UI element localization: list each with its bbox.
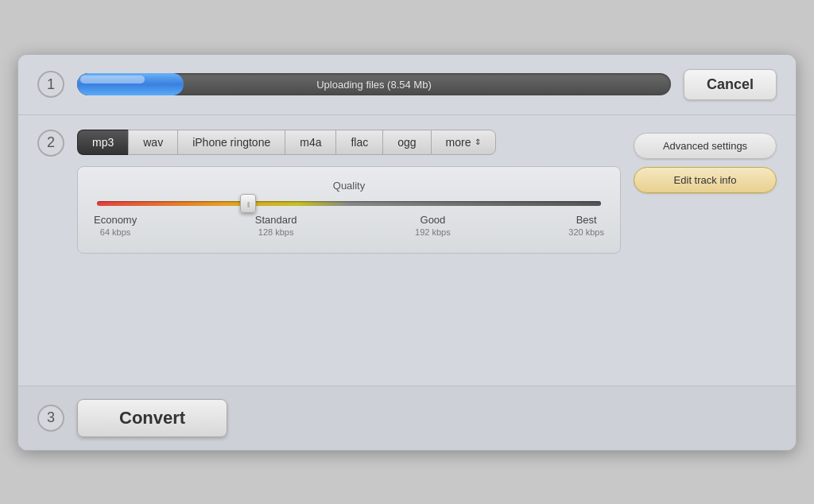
cancel-button[interactable]: Cancel — [684, 69, 777, 100]
section-format: 2 mp3 wav iPhone ringtone m4a flac ogg m… — [18, 115, 796, 386]
format-tabs: mp3 wav iPhone ringtone m4a flac ogg mor… — [77, 130, 621, 155]
slider-track — [97, 201, 601, 206]
tab-iphone-ringtone[interactable]: iPhone ringtone — [177, 130, 285, 155]
quality-best: Best 320 kbps — [568, 214, 604, 237]
quality-title: Quality — [94, 180, 604, 192]
section-upload: 1 Uploading files (8.54 Mb) Cancel — [18, 55, 796, 115]
tab-wav[interactable]: wav — [128, 130, 177, 155]
progress-bar-fill — [77, 73, 184, 95]
quality-good-kbps: 192 kbps — [415, 227, 451, 237]
progress-label: Uploading files (8.54 Mb) — [316, 79, 432, 91]
quality-economy-kbps: 64 kbps — [100, 227, 131, 237]
step-badge-1: 1 — [37, 71, 64, 98]
more-arrow-icon: ⇕ — [475, 138, 481, 146]
quality-economy-name: Economy — [94, 214, 137, 226]
quality-best-name: Best — [576, 214, 597, 226]
tab-flac[interactable]: flac — [335, 130, 382, 155]
convert-button[interactable]: Convert — [77, 399, 227, 437]
step-badge-2: 2 — [37, 130, 64, 157]
step-badge-3: 3 — [37, 405, 64, 432]
progress-bar-container: Uploading files (8.54 Mb) — [77, 73, 671, 95]
tab-mp3[interactable]: mp3 — [77, 130, 128, 155]
quality-economy: Economy 64 kbps — [94, 214, 137, 237]
advanced-settings-button[interactable]: Advanced settings — [634, 133, 777, 159]
quality-standard-name: Standard — [255, 214, 297, 226]
quality-good: Good 192 kbps — [415, 214, 451, 237]
quality-good-name: Good — [421, 214, 446, 226]
quality-standard-kbps: 128 kbps — [258, 227, 294, 237]
slider-wrapper — [94, 201, 604, 206]
edit-track-info-button[interactable]: Edit track info — [634, 167, 777, 193]
tab-m4a[interactable]: m4a — [285, 130, 335, 155]
quality-slider-thumb[interactable] — [240, 194, 256, 213]
right-buttons: Advanced settings Edit track info — [634, 130, 777, 193]
quality-standard: Standard 128 kbps — [255, 214, 297, 237]
quality-labels: Economy 64 kbps Standard 128 kbps Good 1… — [94, 214, 604, 237]
tab-ogg[interactable]: ogg — [382, 130, 430, 155]
section-convert: 3 Convert — [18, 386, 796, 450]
tab-more[interactable]: more ⇕ — [431, 130, 496, 155]
quality-panel: Quality Economy 64 kbps Standard 128 kbp… — [77, 166, 621, 254]
app-window: 1 Uploading files (8.54 Mb) Cancel 2 mp3… — [17, 54, 797, 451]
format-content: mp3 wav iPhone ringtone m4a flac ogg mor… — [77, 130, 621, 254]
quality-best-kbps: 320 kbps — [568, 227, 604, 237]
